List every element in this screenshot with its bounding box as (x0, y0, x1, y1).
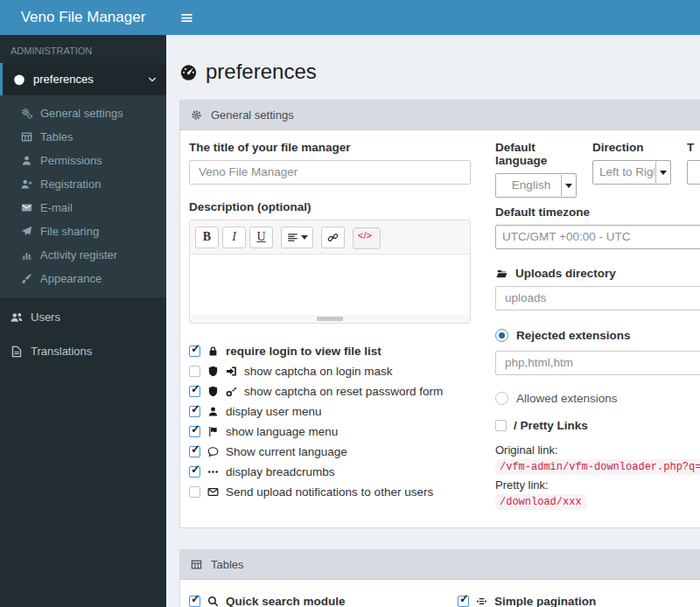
align-dropdown-button[interactable] (281, 227, 313, 248)
search-icon (207, 596, 219, 607)
general-options-list: require login to view file listshow capt… (189, 345, 471, 499)
link-button[interactable] (321, 227, 345, 248)
sidebar-subitem-file-sharing[interactable]: File sharing (0, 220, 166, 243)
subitem-label: Permissions (40, 154, 102, 167)
folder-open-icon (495, 268, 508, 280)
subitem-label: Registration (40, 178, 101, 191)
checkbox-checked (189, 596, 200, 607)
general-left-column: The title of your file manager Veno File… (189, 136, 471, 510)
app-logo[interactable]: Veno File Manager (0, 0, 166, 35)
subitem-label: General settings (40, 107, 123, 120)
option-show-captcha-on-login-mask[interactable]: show captcha on login mask (189, 365, 471, 378)
direction-label: Direction (592, 141, 671, 154)
link-icon (327, 232, 339, 243)
sidebar-item-preferences[interactable]: preferences (0, 63, 166, 95)
editor-footer (190, 315, 470, 323)
option-label: require login to view file list (226, 345, 382, 358)
option-simple-pagination[interactable]: Simple pagination (458, 595, 700, 607)
pretty-links-checkbox-row[interactable]: / Pretty Links (495, 419, 700, 432)
checkbox (495, 420, 507, 431)
select-arrow-icon (655, 162, 669, 183)
general-settings-panel-header: General settings (180, 101, 700, 130)
uploads-directory-input[interactable]: uploads (495, 286, 700, 310)
default-language-select[interactable]: English (495, 173, 577, 198)
hamburger-icon (180, 11, 193, 24)
sidebar-subitem-permissions[interactable]: Permissions (0, 149, 166, 172)
checkbox-checked (189, 426, 200, 437)
option-show-captcha-on-reset-password-form[interactable]: show captcha on reset password form (189, 385, 471, 398)
subitem-label: File sharing (40, 225, 99, 238)
option-label: show captcha on reset password form (244, 385, 443, 398)
envelope-icon (21, 202, 32, 213)
table-icon (21, 131, 32, 143)
underline-button[interactable]: U (249, 227, 273, 248)
option-label: show captcha on login mask (244, 365, 393, 378)
top-bar: Veno File Manager (0, 0, 700, 35)
code-view-button[interactable]: </> (353, 227, 381, 249)
italic-button[interactable]: I (222, 227, 246, 248)
default-language-label: Default language (495, 141, 577, 167)
option-show-language-menu[interactable]: show language menu (189, 425, 471, 438)
sidebar-subitem-general-settings[interactable]: General settings (0, 101, 166, 125)
subitem-label: E-mail (40, 201, 73, 214)
description-textarea[interactable] (190, 254, 470, 315)
navbar (166, 0, 700, 35)
general-right-column: Default language English Direction Left … (495, 136, 700, 510)
title-field-label: The title of your file manager (189, 141, 471, 154)
tachometer-icon (13, 73, 25, 86)
checkbox-unchecked (189, 366, 200, 377)
sidebar-subitem-registration[interactable]: Registration (0, 172, 166, 196)
shield-icon (207, 366, 219, 377)
sidebar-subitem-appearance[interactable]: Appearance (0, 267, 166, 290)
sidebar-subitem-tables[interactable]: Tables (0, 125, 166, 149)
truncated-select[interactable] (687, 160, 700, 185)
checkbox-checked (189, 446, 200, 457)
pretty-link-code: /download/xxx (495, 494, 586, 510)
sidebar-item-label: Translations (31, 345, 92, 358)
bold-button[interactable]: B (195, 227, 219, 248)
sidebar-subitem-activity-register[interactable]: Activity register (0, 243, 166, 267)
page-title: preferences (179, 59, 700, 84)
checkbox-unchecked (189, 486, 200, 498)
pretty-link-label: Pretty link: (495, 478, 700, 492)
rejected-extensions-radio[interactable]: Rejected extensions (495, 329, 700, 342)
lock-icon (207, 345, 219, 357)
preferences-submenu: General settingsTablesPermissionsRegistr… (0, 95, 166, 297)
option-display-breadcrumbs[interactable]: display breadcrumbs (189, 465, 471, 478)
option-label: Show current language (226, 445, 347, 458)
resize-grip[interactable] (317, 317, 343, 321)
envelope-outline-icon (207, 486, 219, 498)
caret-down-icon (301, 235, 308, 243)
checkbox-checked (189, 466, 200, 478)
general-settings-panel: General settings The title of your file … (179, 100, 700, 528)
gear-icon (191, 109, 202, 121)
sidebar-item-users[interactable]: Users (0, 300, 166, 334)
title-input[interactable]: Veno File Manager (189, 160, 471, 185)
sidebar-subitem-e-mail[interactable]: E-mail (0, 196, 166, 220)
option-show-current-language[interactable]: Show current language (189, 445, 471, 458)
select-arrow-icon (561, 175, 575, 196)
main-content: preferences General settings The title o… (166, 35, 700, 607)
subitem-label: Activity register (40, 248, 117, 262)
sidebar-toggle-button[interactable] (180, 11, 206, 24)
direction-select[interactable]: Left to Right (592, 160, 671, 185)
option-send-upload-notifications-to-other-users[interactable]: Send upload notifications to other users (189, 485, 471, 499)
user-plus-icon (21, 178, 32, 190)
allowed-extensions-radio[interactable]: Allowed extensions (495, 392, 700, 405)
sign-in-icon (226, 366, 237, 377)
option-display-user-menu[interactable]: display user menu (189, 405, 471, 418)
option-require-login-to-view-file-list[interactable]: require login to view file list (189, 345, 471, 358)
paint-brush-icon (21, 273, 32, 284)
truncated-field-label: T (687, 141, 700, 154)
bar-chart-icon (21, 249, 32, 261)
option-quick-search-module[interactable]: Quick search module (189, 595, 458, 607)
gears-icon (21, 108, 32, 119)
rejected-extensions-input[interactable]: php,html,htm (495, 351, 700, 375)
timezone-select[interactable]: UTC/GMT +00:00 - UTC (495, 225, 700, 249)
user-icon (21, 155, 32, 166)
key-icon (226, 386, 237, 397)
checkbox-checked (458, 596, 469, 607)
sidebar-item-translations[interactable]: Translations (0, 334, 166, 368)
original-link-code: /vfm-admin/vfm-downloader.php?q=xxx (495, 459, 700, 475)
sidebar: ADMINISTRATION preferences General setti… (0, 35, 166, 607)
